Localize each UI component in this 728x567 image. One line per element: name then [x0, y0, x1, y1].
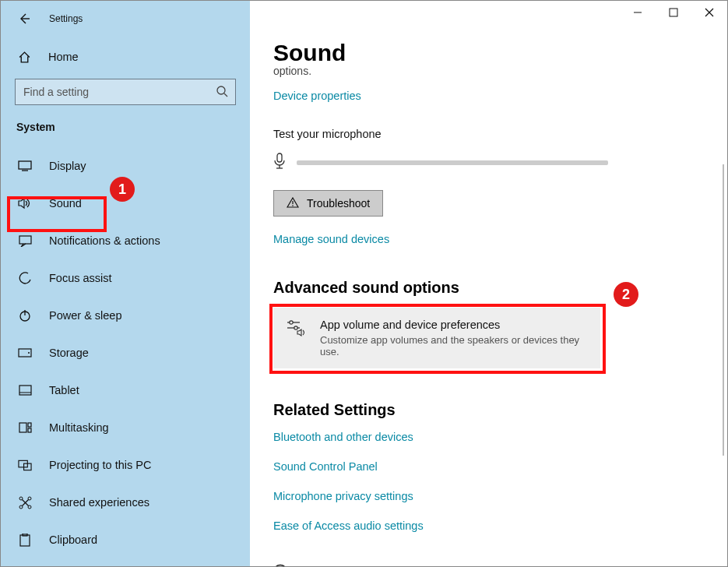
shared-icon	[18, 496, 32, 509]
sidebar-item-label: Sound	[49, 197, 82, 210]
mic-level-bar	[297, 160, 608, 165]
sidebar-item-notifications[interactable]: Notifications & actions	[1, 222, 250, 259]
sidebar-item-label: Notifications & actions	[49, 234, 160, 247]
troubleshoot-label: Troubleshoot	[307, 197, 370, 210]
search-box[interactable]	[15, 79, 236, 105]
svg-point-20	[28, 497, 31, 500]
clipboard-icon	[18, 534, 32, 547]
svg-point-19	[19, 497, 23, 500]
app-title: Settings	[49, 13, 83, 24]
adv-app-volume-card[interactable]: App volume and device preferences Custom…	[273, 308, 600, 368]
adv-card-title: App volume and device preferences	[320, 319, 588, 331]
storage-icon	[18, 348, 32, 357]
sidebar-item-focus-assist[interactable]: Focus assist	[1, 259, 250, 297]
sidebar-item-label: Display	[49, 160, 86, 172]
svg-rect-14	[28, 428, 31, 432]
sidebar-item-multitasking[interactable]: Multitasking	[1, 409, 250, 446]
sidebar-item-power-sleep[interactable]: Power & sleep	[1, 297, 250, 334]
multitasking-icon	[18, 422, 32, 433]
help-icon: ?	[273, 564, 289, 566]
focus-assist-icon	[18, 272, 32, 285]
projecting-icon	[18, 460, 32, 471]
link-sound-control-panel[interactable]: Sound Control Panel	[273, 460, 378, 473]
svg-point-35	[290, 321, 293, 324]
advanced-heading: Advanced sound options	[273, 279, 704, 297]
power-icon	[18, 309, 32, 322]
sidebar-item-storage[interactable]: Storage	[1, 334, 250, 372]
sidebar-item-label: Tablet	[49, 384, 79, 396]
sliders-icon	[286, 319, 306, 340]
nav-list: Display Sound Notifications & actions Fo…	[1, 147, 250, 558]
back-icon[interactable]	[18, 12, 30, 25]
link-manage-devices[interactable]: Manage sound devices	[273, 233, 389, 245]
svg-rect-12	[19, 423, 26, 432]
sidebar-item-label: Multitasking	[49, 421, 109, 434]
svg-rect-5	[19, 236, 31, 244]
sidebar-item-clipboard[interactable]: Clipboard	[1, 521, 250, 558]
home-label: Home	[48, 51, 79, 63]
link-device-properties[interactable]: Device properties	[273, 90, 361, 102]
link-bluetooth[interactable]: Bluetooth and other devices	[273, 431, 413, 443]
main-panel: Sound options. Device properties Test yo…	[250, 1, 727, 566]
sidebar-item-label: Power & sleep	[49, 309, 122, 322]
svg-point-1	[217, 86, 225, 94]
sidebar-item-projecting[interactable]: Projecting to this PC	[1, 446, 250, 484]
category-label: System	[1, 105, 250, 139]
search-icon	[216, 85, 228, 100]
home-button[interactable]: Home	[1, 44, 250, 69]
truncated-text: options.	[273, 65, 704, 77]
related-heading: Related Settings	[273, 401, 704, 419]
sidebar-item-label: Storage	[49, 347, 89, 359]
svg-point-21	[19, 505, 23, 509]
test-mic-label: Test your microphone	[273, 128, 704, 140]
link-mic-privacy[interactable]: Microphone privacy settings	[273, 490, 413, 502]
search-input[interactable]	[15, 79, 236, 105]
titlebar: Settings	[1, 9, 250, 29]
sidebar-item-label: Clipboard	[49, 534, 97, 546]
page-title: Sound	[273, 40, 704, 66]
sidebar-item-label: Focus assist	[49, 272, 112, 284]
warning-icon	[287, 197, 299, 210]
sidebar-item-label: Shared experiences	[49, 496, 149, 509]
svg-rect-3	[19, 161, 31, 169]
sidebar-item-tablet[interactable]: Tablet	[1, 372, 250, 409]
sidebar: Settings Home System Display Sound	[1, 1, 250, 566]
adv-card-subtitle: Customize app volumes and the speakers o…	[320, 334, 588, 357]
svg-point-9	[28, 352, 30, 354]
link-ease-of-access[interactable]: Ease of Access audio settings	[273, 519, 424, 532]
troubleshoot-button[interactable]: Troubleshoot	[273, 190, 383, 217]
svg-rect-23	[20, 535, 30, 546]
annotation-badge-1: 1	[110, 177, 135, 202]
svg-point-33	[292, 205, 294, 206]
notifications-icon	[18, 235, 32, 247]
annotation-badge-2: 2	[614, 282, 638, 307]
sidebar-item-label: Projecting to this PC	[49, 459, 151, 471]
display-icon	[18, 160, 32, 171]
svg-rect-13	[28, 423, 31, 427]
svg-point-37	[294, 326, 297, 329]
tablet-icon	[18, 385, 32, 396]
svg-rect-10	[19, 386, 31, 395]
microphone-icon	[273, 153, 286, 173]
home-icon	[18, 51, 31, 64]
svg-rect-29	[277, 153, 282, 162]
sidebar-item-shared-experiences[interactable]: Shared experiences	[1, 484, 250, 521]
sound-icon	[18, 197, 32, 210]
svg-point-22	[28, 505, 31, 509]
svg-line-2	[224, 93, 227, 97]
